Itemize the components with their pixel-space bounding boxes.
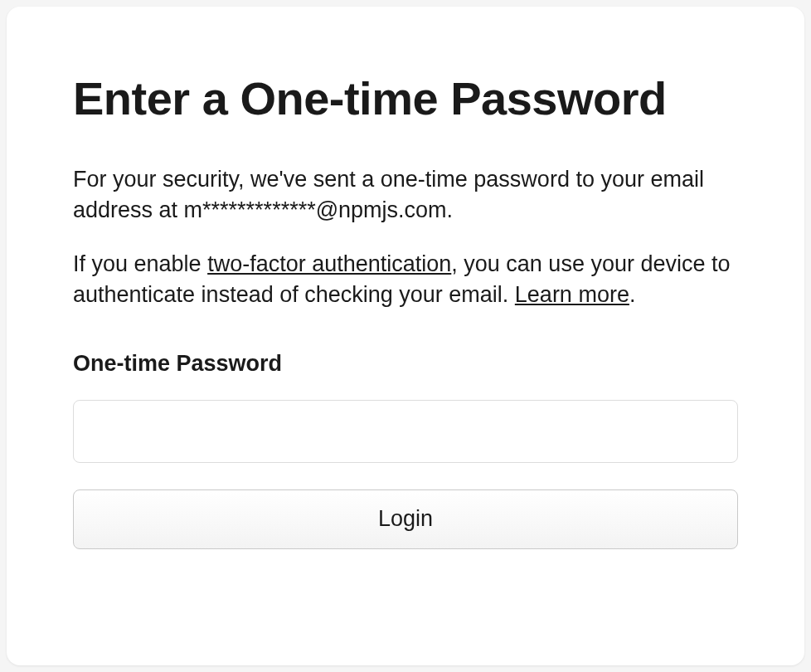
- desc2-part1: If you enable: [73, 251, 207, 276]
- otp-label: One-time Password: [73, 351, 738, 377]
- learn-more-link[interactable]: Learn more: [515, 282, 629, 307]
- page-title: Enter a One-time Password: [73, 73, 738, 124]
- login-button[interactable]: Login: [73, 489, 738, 549]
- desc2-part3: .: [629, 282, 636, 307]
- description-sent: For your security, we've sent a one-time…: [73, 164, 738, 226]
- otp-input[interactable]: [73, 400, 738, 463]
- desc1-email: m*************@npmjs.com: [184, 197, 447, 222]
- two-factor-auth-link[interactable]: two-factor authentication: [207, 251, 451, 276]
- otp-card: Enter a One-time Password For your secur…: [7, 7, 804, 665]
- description-2fa: If you enable two-factor authentication,…: [73, 249, 738, 311]
- desc1-suffix: .: [447, 197, 454, 222]
